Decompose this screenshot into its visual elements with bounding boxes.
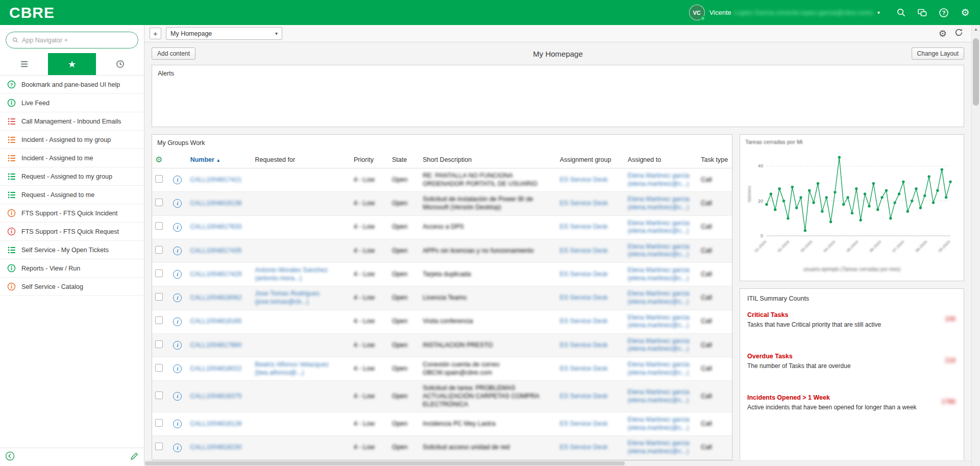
row-checkbox[interactable] bbox=[155, 293, 163, 301]
sidebar-item-4[interactable]: Incident - Assigned to me bbox=[0, 149, 144, 167]
number-link[interactable]: CALL1004817633 bbox=[190, 223, 242, 230]
column-header-assignment-group[interactable]: Assignment group bbox=[557, 151, 625, 168]
info-icon[interactable]: i bbox=[173, 270, 182, 279]
refresh-icon[interactable] bbox=[954, 28, 963, 39]
column-header-state[interactable]: State bbox=[389, 151, 420, 168]
itil-item-count[interactable]: 106 bbox=[945, 315, 955, 323]
assignment-group-link[interactable]: ES Service Desk bbox=[560, 317, 608, 325]
row-checkbox[interactable] bbox=[155, 419, 163, 427]
assigned-to-link[interactable]: Elena Martinez garcia (elena.martinez@c.… bbox=[628, 337, 690, 353]
number-link[interactable]: CALL1004818062 bbox=[190, 294, 242, 301]
tab-history[interactable] bbox=[96, 53, 144, 75]
itil-item-title[interactable]: Critical Tasks bbox=[747, 311, 924, 318]
scroll-up-icon[interactable]: ▲ bbox=[972, 25, 980, 32]
assigned-to-link[interactable]: Elena Martinez garcia (elena.martinez@c.… bbox=[628, 416, 690, 431]
sidebar-item-2[interactable]: Call Management - Inbound Emails bbox=[0, 112, 144, 131]
number-link[interactable]: CALL1004818375 bbox=[190, 393, 242, 400]
tab-all-applications[interactable] bbox=[0, 53, 48, 75]
number-link[interactable]: CALL1004819138 bbox=[190, 200, 242, 207]
assignment-group-link[interactable]: ES Service Desk bbox=[560, 365, 608, 372]
requested-for-link[interactable]: Beatriz Alfonso Velazquez (bea.alfonso@.… bbox=[255, 361, 329, 376]
number-link[interactable]: CALL1004818230 bbox=[190, 444, 242, 451]
assignment-group-link[interactable]: ES Service Desk bbox=[560, 200, 608, 207]
info-icon[interactable]: i bbox=[173, 341, 182, 350]
info-icon[interactable]: i bbox=[173, 364, 182, 373]
avatar[interactable]: VC bbox=[689, 5, 705, 20]
info-icon[interactable]: i bbox=[173, 317, 182, 326]
info-icon[interactable]: i bbox=[173, 199, 182, 208]
sidebar-item-7[interactable]: FTS Support - FTS Quick Incident bbox=[0, 204, 144, 223]
itil-item-count[interactable]: 1786 bbox=[941, 398, 955, 405]
requested-for-link[interactable]: Antonio Morales Sanchez (antonio.mora...… bbox=[255, 266, 328, 282]
row-checkbox[interactable] bbox=[155, 364, 163, 372]
number-link[interactable]: CALL1004818165 bbox=[190, 317, 242, 325]
requested-for-link[interactable]: Jose Tomas Rodriguez (jose.tomas@cb...) bbox=[255, 290, 320, 305]
column-header-short-description[interactable]: Short Description bbox=[420, 151, 556, 168]
row-checkbox[interactable] bbox=[155, 316, 163, 324]
chevron-down-icon[interactable]: ▾ bbox=[877, 10, 880, 15]
number-link[interactable]: CALL1004818022 bbox=[190, 365, 242, 372]
itil-item-title[interactable]: Incidents Opened > 1 Week bbox=[747, 394, 924, 401]
sidebar-item-6[interactable]: Request - Assigned to me bbox=[0, 186, 144, 204]
itil-item-count[interactable]: 218 bbox=[945, 357, 955, 364]
vertical-scrollbar[interactable]: ▲ bbox=[971, 25, 980, 466]
add-content-button[interactable]: Add content bbox=[152, 47, 195, 60]
column-header-number[interactable]: Number ▲ bbox=[187, 151, 252, 168]
column-header-assigned-to[interactable]: Assigned to bbox=[625, 151, 698, 168]
horizontal-scrollbar[interactable] bbox=[144, 460, 971, 466]
row-checkbox[interactable] bbox=[155, 222, 163, 230]
assigned-to-link[interactable]: Elena Martinez garcia (elena.martinez@c.… bbox=[628, 439, 690, 455]
assignment-group-link[interactable]: ES Service Desk bbox=[560, 420, 608, 427]
row-checkbox[interactable] bbox=[155, 246, 163, 254]
sidebar-item-1[interactable]: Live Feed bbox=[0, 94, 144, 112]
app-navigator-input[interactable] bbox=[22, 37, 132, 44]
itil-item-title[interactable]: Overdue Tasks bbox=[747, 353, 924, 360]
collapse-sidebar-icon[interactable] bbox=[5, 451, 15, 463]
assigned-to-link[interactable]: Elena Martinez garcia (elena.martinez@c.… bbox=[628, 219, 690, 235]
help-icon[interactable]: ? bbox=[938, 7, 949, 18]
row-checkbox[interactable] bbox=[155, 443, 163, 450]
info-icon[interactable]: i bbox=[173, 420, 182, 428]
number-link[interactable]: CALL1004817429 bbox=[190, 271, 242, 278]
assignment-group-link[interactable]: ES Service Desk bbox=[560, 271, 608, 278]
personalize-list-gear[interactable]: ⚙ bbox=[152, 151, 170, 168]
assignment-group-link[interactable]: ES Service Desk bbox=[560, 294, 608, 301]
sidebar-item-11[interactable]: Self Service - Catalog bbox=[0, 278, 144, 296]
pane-settings-gear-icon[interactable]: ⚙ bbox=[939, 29, 947, 38]
assigned-to-link[interactable]: Elena Martinez garcia (elena.martinez@c.… bbox=[628, 361, 690, 376]
row-checkbox[interactable] bbox=[155, 269, 163, 277]
info-icon[interactable]: i bbox=[173, 247, 182, 255]
number-link[interactable]: CALL1004817421 bbox=[190, 176, 242, 183]
homepage-selector[interactable]: My Homepage ▾ bbox=[166, 27, 282, 40]
sidebar-item-5[interactable]: Request - Assigned to my group bbox=[0, 167, 144, 186]
number-link[interactable]: CALL1004818128 bbox=[190, 420, 242, 427]
sidebar-item-0[interactable]: ? Bookmark and pane-based UI help bbox=[0, 76, 144, 94]
user-menu[interactable]: VC Vicente Lopez Garcia (vicente.lopez.g… bbox=[689, 5, 880, 20]
row-checkbox[interactable] bbox=[155, 391, 163, 399]
row-checkbox[interactable] bbox=[155, 175, 163, 183]
info-icon[interactable]: i bbox=[173, 392, 182, 401]
horizontal-scrollbar-thumb[interactable] bbox=[145, 461, 625, 465]
column-header-priority[interactable]: Priority bbox=[351, 151, 389, 168]
vertical-scrollbar-thumb[interactable] bbox=[973, 38, 979, 106]
number-link[interactable]: CALL1004817435 bbox=[190, 247, 242, 254]
assignment-group-link[interactable]: ES Service Desk bbox=[560, 247, 608, 254]
assigned-to-link[interactable]: Elena Martinez garcia (elena.martinez@c.… bbox=[628, 388, 690, 404]
sidebar-item-10[interactable]: Reports - View / Run bbox=[0, 259, 144, 278]
assigned-to-link[interactable]: Elena Martinez garcia (elena.martinez@c.… bbox=[628, 172, 690, 187]
sidebar-item-9[interactable]: Self Service - My Open Tickets bbox=[0, 241, 144, 259]
tab-bookmarks[interactable]: ★ bbox=[48, 53, 96, 75]
assigned-to-link[interactable]: Elena Martinez garcia (elena.martinez@c.… bbox=[628, 243, 690, 258]
column-header-requested-for[interactable]: Requested for bbox=[252, 151, 351, 168]
gear-icon[interactable]: ⚙ bbox=[960, 7, 971, 18]
row-checkbox[interactable] bbox=[155, 340, 163, 348]
edit-bookmarks-icon[interactable] bbox=[130, 452, 139, 462]
assignment-group-link[interactable]: ES Service Desk bbox=[560, 444, 608, 451]
info-icon[interactable]: i bbox=[173, 444, 182, 452]
add-tab-button[interactable]: + bbox=[150, 28, 161, 39]
search-icon[interactable] bbox=[895, 7, 906, 18]
assigned-to-link[interactable]: Elena Martinez garcia (elena.martinez@c.… bbox=[628, 266, 690, 282]
number-link[interactable]: CALL1004817860 bbox=[190, 341, 242, 349]
info-icon[interactable]: i bbox=[173, 223, 182, 232]
assignment-group-link[interactable]: ES Service Desk bbox=[560, 393, 608, 400]
